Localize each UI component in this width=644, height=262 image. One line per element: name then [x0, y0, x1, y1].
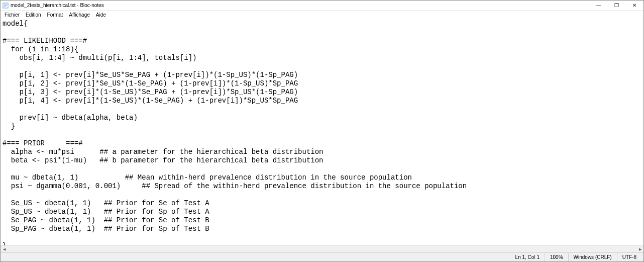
menu-aide[interactable]: Aide	[93, 12, 109, 18]
menu-affichage[interactable]: Affichage	[66, 12, 93, 18]
notepad-icon	[3, 3, 9, 9]
menu-format[interactable]: Format	[44, 12, 66, 18]
status-position: Ln 1, Col 1	[510, 253, 545, 261]
maximize-button[interactable]: ❐	[607, 1, 625, 10]
menubar: Fichier Edition Format Affichage Aide	[1, 11, 643, 19]
horizontal-scrollbar[interactable]: ◀ ▶	[1, 245, 643, 252]
status-encoding: UTF-8	[617, 253, 641, 261]
scroll-left-arrow-icon[interactable]: ◀	[1, 246, 8, 252]
status-line-ending: Windows (CRLF)	[568, 253, 617, 261]
window-controls: — ❐ ✕	[589, 1, 643, 10]
text-editor[interactable]: model{ #=== LIKELIHOOD ===# for (i in 1:…	[1, 19, 643, 245]
statusbar: Ln 1, Col 1 100% Windows (CRLF) UTF-8	[1, 252, 643, 261]
status-zoom: 100%	[545, 253, 568, 261]
menu-edition[interactable]: Edition	[23, 12, 44, 18]
editor-container: model{ #=== LIKELIHOOD ===# for (i in 1:…	[1, 19, 643, 245]
minimize-button[interactable]: —	[589, 1, 607, 10]
close-button[interactable]: ✕	[625, 1, 643, 10]
titlebar: model_2tests_hierarchical.txt - Bloc-not…	[1, 1, 643, 11]
window-title: model_2tests_hierarchical.txt - Bloc-not…	[11, 3, 589, 8]
scroll-right-arrow-icon[interactable]: ▶	[636, 246, 643, 252]
menu-fichier[interactable]: Fichier	[2, 12, 23, 18]
